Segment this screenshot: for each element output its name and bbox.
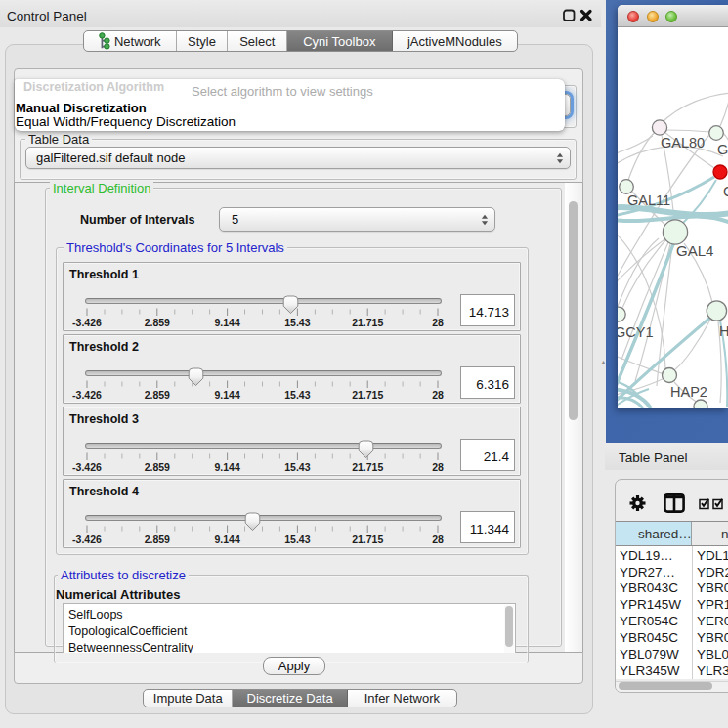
svg-text:GAL11: GAL11 xyxy=(627,193,670,208)
svg-text:GAL80: GAL80 xyxy=(661,135,705,150)
svg-text:G: G xyxy=(723,184,728,199)
svg-text:GCY1: GCY1 xyxy=(618,324,654,340)
svg-text:GA: GA xyxy=(717,142,728,157)
svg-text:HAP2: HAP2 xyxy=(670,384,707,400)
svg-text:H: H xyxy=(719,323,728,339)
svg-text:GAL4: GAL4 xyxy=(676,242,713,259)
